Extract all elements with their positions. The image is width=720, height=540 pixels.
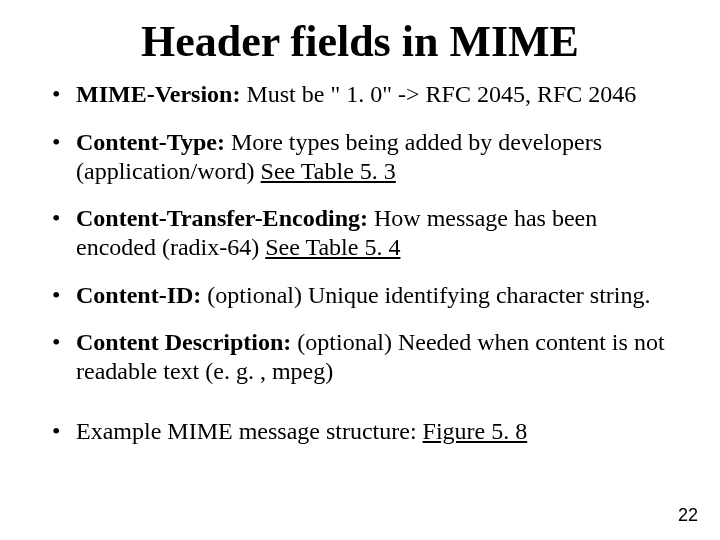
- bullet-item: MIME-Version: Must be " 1. 0" -> RFC 204…: [50, 80, 676, 109]
- bullet-item: Example MIME message structure: Figure 5…: [50, 417, 676, 446]
- bullet-rest: Example MIME message structure:: [76, 418, 423, 444]
- bullet-ref: Figure 5. 8: [423, 418, 528, 444]
- bullet-lead: Content-Type:: [76, 129, 225, 155]
- bullet-item: Content Description: (optional) Needed w…: [50, 328, 676, 387]
- bullet-lead: Content-ID:: [76, 282, 201, 308]
- bullet-lead: Content-Transfer-Encoding:: [76, 205, 368, 231]
- slide-title: Header fields in MIME: [40, 18, 680, 66]
- bullet-lead: Content Description:: [76, 329, 291, 355]
- bullet-item: Content-ID: (optional) Unique identifyin…: [50, 281, 676, 310]
- bullet-rest: (optional) Unique identifying character …: [201, 282, 650, 308]
- bullet-rest: Must be " 1. 0" -> RFC 2045, RFC 2046: [240, 81, 636, 107]
- bullet-ref: See Table 5. 4: [265, 234, 400, 260]
- page-number: 22: [678, 505, 698, 526]
- bullet-ref: See Table 5. 3: [261, 158, 396, 184]
- bullet-item: Content-Type: More types being added by …: [50, 128, 676, 187]
- bullet-lead: MIME-Version:: [76, 81, 240, 107]
- bullet-list: MIME-Version: Must be " 1. 0" -> RFC 204…: [40, 80, 680, 445]
- slide: Header fields in MIME MIME-Version: Must…: [0, 0, 720, 540]
- bullet-item: Content-Transfer-Encoding: How message h…: [50, 204, 676, 263]
